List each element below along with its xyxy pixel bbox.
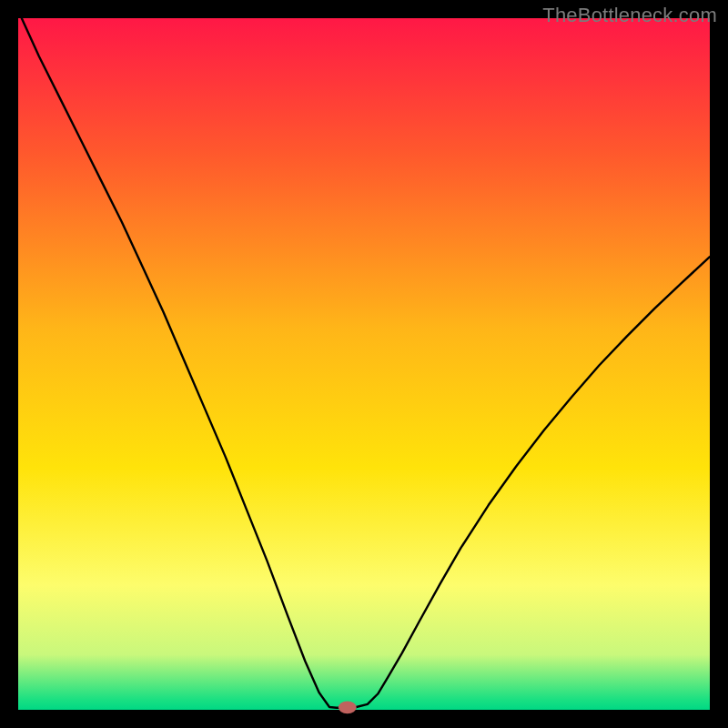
chart-gradient-bg [18,18,710,710]
chart-svg [0,0,728,728]
bottleneck-marker [339,702,357,714]
watermark-text: TheBottleneck.com [542,4,717,27]
bottleneck-chart: TheBottleneck.com [0,0,728,728]
